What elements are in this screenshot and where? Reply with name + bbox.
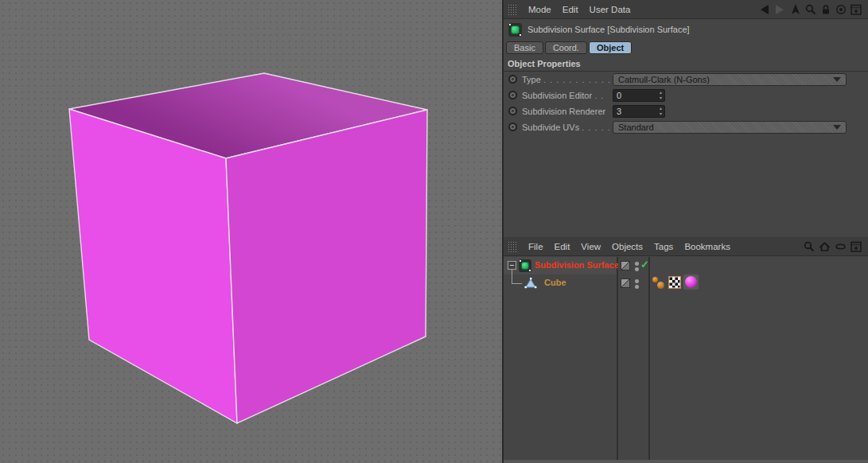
arrow-up-icon[interactable] <box>790 4 801 15</box>
search-icon[interactable] <box>804 241 815 252</box>
property-row-subdivision-renderer: Subdivision Renderer 3 ▴▾ <box>504 104 868 120</box>
tab-basic[interactable]: Basic <box>506 41 543 54</box>
tree-line <box>512 283 522 284</box>
attribute-manager: Mode Edit User Data Subdivision Surface … <box>504 0 868 236</box>
attribute-tabs: Basic Coord. Object <box>506 41 632 54</box>
subdivide-uvs-dropdown[interactable]: Standard <box>613 121 847 134</box>
selected-object-title: Subdivision Surface [Subdivision Surface… <box>527 25 690 34</box>
layer-swatch-icon[interactable] <box>621 278 630 288</box>
phong-tag-icon[interactable] <box>652 276 665 289</box>
right-panel: Mode Edit User Data Subdivision Surface … <box>502 0 868 463</box>
new-panel-icon[interactable] <box>850 241 862 252</box>
tree-line <box>512 270 512 283</box>
editor-visibility-dot[interactable] <box>635 279 639 283</box>
cube-right-face[interactable] <box>226 110 427 423</box>
collapse-minus-icon[interactable] <box>508 261 516 270</box>
type-dropdown[interactable]: Catmull-Clark (N-Gons) <box>613 73 847 86</box>
new-panel-icon[interactable] <box>850 4 862 15</box>
subdivision-renderer-input[interactable]: 3 ▴▾ <box>613 105 665 118</box>
menu-user-data[interactable]: User Data <box>590 5 631 14</box>
keyframe-dot-icon[interactable] <box>508 91 517 99</box>
property-row-subdivision-editor: Subdivision Editor . . 0 ▴▾ <box>504 88 868 104</box>
object-name-cube[interactable]: Cube <box>544 278 566 287</box>
viewport-3d[interactable] <box>0 0 502 463</box>
enabled-check-icon[interactable]: ✓ <box>640 259 649 270</box>
subdivision-surface-icon <box>508 23 522 37</box>
attribute-manager-toolbar <box>758 4 862 15</box>
menu-edit[interactable]: Edit <box>562 5 578 14</box>
visibility-column: ✓ <box>618 257 650 463</box>
menu-objects[interactable]: Objects <box>612 242 643 251</box>
object-manager-menubar: File Edit View Objects Tags Bookmarks <box>504 237 868 256</box>
subdivision-surface-icon[interactable] <box>519 259 531 272</box>
chevron-down-icon <box>833 77 841 82</box>
history-forward-icon[interactable] <box>774 4 786 15</box>
tab-object[interactable]: Object <box>589 41 632 54</box>
property-row-type: Type . . . . . . . . . . . . . . Catmull… <box>504 72 868 88</box>
polygon-object-icon[interactable] <box>524 277 537 290</box>
subdivision-editor-input[interactable]: 0 ▴▾ <box>613 89 665 102</box>
menu-view[interactable]: View <box>581 242 601 251</box>
spinner-arrows-icon[interactable]: ▴▾ <box>660 90 662 101</box>
object-manager-toolbar <box>804 241 862 252</box>
lock-icon[interactable] <box>820 4 831 15</box>
material-tag-icon[interactable] <box>683 274 699 290</box>
menu-file[interactable]: File <box>528 242 543 251</box>
cube-3d[interactable] <box>0 0 502 463</box>
object-tree: Subdivision Surface Cube ✓ <box>504 257 868 463</box>
menu-mode[interactable]: Mode <box>528 5 551 14</box>
dot-leader: . . <box>594 91 604 100</box>
menu-tags[interactable]: Tags <box>654 242 673 251</box>
tags-column <box>650 257 868 463</box>
property-row-subdivide-uvs: Subdivide UVs . . . . . . Standard <box>504 120 868 136</box>
history-back-icon[interactable] <box>758 4 770 15</box>
cube-left-face[interactable] <box>69 109 237 423</box>
selected-object-header: Subdivision Surface [Subdivision Surface… <box>504 20 868 39</box>
eye-closed-icon[interactable] <box>835 241 847 252</box>
target-icon[interactable] <box>835 4 847 15</box>
editor-visibility-dot[interactable] <box>635 262 639 266</box>
object-tree-column: Subdivision Surface Cube <box>504 257 618 463</box>
layer-swatch-icon[interactable] <box>621 261 630 270</box>
menu-bookmarks[interactable]: Bookmarks <box>684 242 730 251</box>
uvw-tag-icon[interactable] <box>668 276 681 289</box>
section-object-properties[interactable]: Object Properties <box>504 57 868 72</box>
object-name-subdivision-surface[interactable]: Subdivision Surface <box>535 260 619 270</box>
home-icon[interactable] <box>819 241 831 252</box>
tab-coord[interactable]: Coord. <box>545 41 587 54</box>
chevron-down-icon <box>833 125 841 130</box>
search-icon[interactable] <box>805 4 816 15</box>
panel-grip-icon[interactable] <box>508 241 517 252</box>
attribute-manager-menubar: Mode Edit User Data <box>504 0 868 19</box>
render-visibility-dot[interactable] <box>635 267 639 271</box>
keyframe-dot-icon[interactable] <box>508 107 517 115</box>
property-label: Subdivision Editor . . <box>522 91 604 100</box>
menu-edit[interactable]: Edit <box>555 242 570 251</box>
property-label: Subdivide UVs . . . . . . <box>522 123 617 132</box>
property-label: Subdivision Renderer <box>522 107 605 116</box>
panel-grip-icon[interactable] <box>508 4 517 15</box>
object-manager: File Edit View Objects Tags Bookmarks <box>504 237 868 463</box>
keyframe-dot-icon[interactable] <box>508 123 517 131</box>
spinner-arrows-icon[interactable]: ▴▾ <box>660 106 662 117</box>
keyframe-dot-icon[interactable] <box>508 75 517 84</box>
window-edge <box>504 460 868 463</box>
app-window: Mode Edit User Data Subdivision Surface … <box>0 0 868 463</box>
render-visibility-dot[interactable] <box>635 285 639 289</box>
